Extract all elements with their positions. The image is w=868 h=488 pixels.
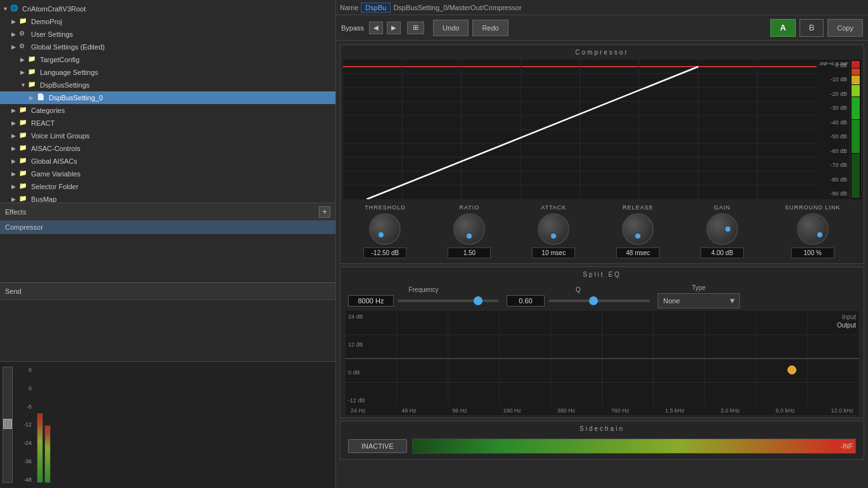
- tree-item-dspbussetting0[interactable]: ▶📄DspBusSetting_0: [0, 91, 335, 104]
- threshold-knob[interactable]: [369, 213, 401, 245]
- freq-value-box[interactable]: 8000 Hz: [348, 295, 394, 307]
- grid-button[interactable]: ⊞: [407, 22, 424, 34]
- freq-group: Frequency 8000 Hz: [348, 286, 499, 307]
- eq-graph: 24 dB 12 dB 0 dB -12 dB Input Output: [346, 311, 858, 406]
- bypass-label: Bypass: [341, 24, 364, 32]
- send-header: Send: [0, 282, 335, 300]
- meter-labels: 60-6-12-24-36-48: [15, 362, 34, 488]
- tree-item-root[interactable]: ▼🌐CriAtomCraftV3Root: [0, 3, 335, 15]
- right-panel: Name DspBu DspBusSetting_0/MasterOut/Com…: [336, 0, 868, 488]
- fader-area: 60-6-12-24-36-48: [0, 361, 335, 488]
- eq-right-labels: Input Output: [837, 313, 856, 329]
- gain-knob-group: GAIN 4.00 dB: [701, 204, 744, 258]
- tree-item-targetconfig[interactable]: ▶📁TargetConfig: [0, 53, 335, 66]
- comp-canvas: [343, 60, 817, 199]
- tree-item-busmap[interactable]: ▶📁BusMap: [0, 193, 335, 202]
- release-knob[interactable]: [622, 213, 654, 245]
- inactive-button[interactable]: INACTIVE: [348, 439, 407, 453]
- eq-freq-labels: 24 Hz 48 Hz 96 Hz 190 Hz 380 Hz 760 Hz 1…: [346, 406, 858, 415]
- eq-db-labels: 24 dB 12 dB 0 dB -12 dB: [348, 311, 365, 406]
- effect-item-compressor[interactable]: Compressor: [0, 221, 335, 234]
- eq-input-label: Input: [837, 313, 856, 320]
- q-slider-track[interactable]: [548, 300, 650, 302]
- tree-item-languagesettings[interactable]: ▶📁Language Settings: [0, 66, 335, 79]
- vu-meter: [850, 60, 861, 199]
- sidechain-meter: -INF: [412, 439, 856, 454]
- threshold-label: THRESHOLD: [365, 204, 406, 211]
- q-group: Q 0.60: [507, 286, 650, 307]
- prev-button[interactable]: ◀: [369, 22, 383, 34]
- fader-track[interactable]: [3, 367, 13, 483]
- effects-label: Effects: [5, 208, 26, 216]
- attack-knob-group: ATTACK 10 msec: [532, 204, 575, 258]
- eq-output-label: Output: [837, 322, 856, 329]
- fader-handle[interactable]: [3, 419, 12, 429]
- type-select[interactable]: None LowPass HighPass BandPass Notch Low…: [657, 293, 740, 308]
- copy-button[interactable]: Copy: [827, 19, 863, 37]
- tree-item-dspbussettings[interactable]: ▼📁DspBusSettings: [0, 79, 335, 91]
- comp-grid-svg: [343, 60, 817, 199]
- meter-bars: [34, 362, 335, 488]
- attack-knob-dot: [551, 234, 556, 239]
- gain-knob-dot: [725, 227, 730, 232]
- threshold-knob-dot: [379, 232, 384, 237]
- release-knob-group: RELEASE 48 msec: [616, 204, 659, 258]
- sidechain-title: Sidechain: [343, 424, 861, 433]
- ratio-label: RATIO: [459, 204, 479, 211]
- surroundlink-label: SURROUND LINK: [785, 204, 841, 211]
- attack-label: ATTACK: [541, 204, 566, 211]
- eq-dot[interactable]: [787, 366, 796, 374]
- name-bar: Name DspBu DspBusSetting_0/MasterOut/Com…: [336, 0, 868, 15]
- surroundlink-knob-dot: [817, 232, 822, 237]
- compressor-title: Compressor: [343, 48, 861, 57]
- tree-item-aisaccontrols[interactable]: ▶📁AISAC-Controls: [0, 142, 335, 155]
- ratio-knob-dot: [467, 234, 472, 239]
- type-label: Type: [692, 284, 706, 291]
- q-value-box[interactable]: 0.60: [507, 295, 545, 307]
- q-label: Q: [576, 286, 581, 293]
- tree-item-selectorfolder[interactable]: ▶📁Selector Folder: [0, 180, 335, 193]
- freq-slider-thumb[interactable]: [474, 296, 483, 305]
- add-effect-button[interactable]: +: [319, 206, 330, 218]
- attack-knob[interactable]: [538, 213, 569, 245]
- name-value-box[interactable]: DspBu: [361, 3, 391, 13]
- ratio-knob[interactable]: [453, 213, 485, 245]
- undo-button[interactable]: Undo: [433, 20, 469, 36]
- surroundlink-knob[interactable]: [797, 213, 829, 245]
- send-label: Send: [5, 287, 22, 295]
- freq-slider-track[interactable]: [398, 300, 499, 302]
- tree-item-globalaisacs[interactable]: ▶📁Global AISACs: [0, 155, 335, 168]
- tree-item-usersettings[interactable]: ▶⚙User Settings: [0, 28, 335, 41]
- tree-item-react[interactable]: ▶📁REACT: [0, 117, 335, 129]
- sidechain-section: Sidechain INACTIVE -INF: [340, 421, 864, 459]
- tree-item-gamevariables[interactable]: ▶📁Game Variables: [0, 168, 335, 180]
- threshold-value: -12.50 dB: [363, 247, 406, 258]
- freq-label: Frequency: [408, 286, 438, 293]
- compressor-graph: -INF+0.0-INF 0 dB -10 dB -20 dB -30 dB -…: [343, 60, 861, 199]
- redo-button[interactable]: Redo: [472, 20, 508, 36]
- next-button[interactable]: ▶: [387, 22, 401, 34]
- type-select-wrapper[interactable]: None LowPass HighPass BandPass Notch Low…: [657, 293, 740, 308]
- tree-item-categories[interactable]: ▶📁Categories: [0, 104, 335, 117]
- eq-grid-svg: [346, 311, 858, 406]
- q-slider-thumb[interactable]: [589, 296, 598, 305]
- sidechain-controls: INACTIVE -INF: [343, 436, 861, 456]
- main-content: Compressor: [336, 41, 868, 488]
- a-button[interactable]: A: [770, 19, 795, 37]
- b-button[interactable]: B: [800, 19, 824, 37]
- name-label: Name: [340, 4, 358, 11]
- tree-item-demoproj[interactable]: ▶📁DemoProj: [0, 15, 335, 28]
- eq-controls-row: Frequency 8000 Hz Q 0.60: [343, 282, 861, 311]
- gain-label: GAIN: [714, 204, 730, 211]
- meter-bar-right: [44, 425, 51, 484]
- svg-line-16: [366, 67, 698, 199]
- split-eq-title: Split EQ: [343, 270, 861, 279]
- left-panel: ▼🌐CriAtomCraftV3Root▶📁DemoProj▶⚙User Set…: [0, 0, 336, 488]
- meter-bar-left: [37, 413, 43, 483]
- tree-item-globalsettings[interactable]: ▶⚙Global Settings (Edited): [0, 41, 335, 53]
- gain-knob[interactable]: [706, 213, 738, 245]
- comp-db-labels: -INF+0.0-INF 0 dB -10 dB -20 dB -30 dB -…: [817, 60, 850, 199]
- tree-item-voicelimitgroups[interactable]: ▶📁Voice Limit Groups: [0, 129, 335, 142]
- comp-toplabel: -INF+0.0-INF: [819, 61, 848, 67]
- threshold-knob-group: THRESHOLD -12.50 dB: [363, 204, 406, 258]
